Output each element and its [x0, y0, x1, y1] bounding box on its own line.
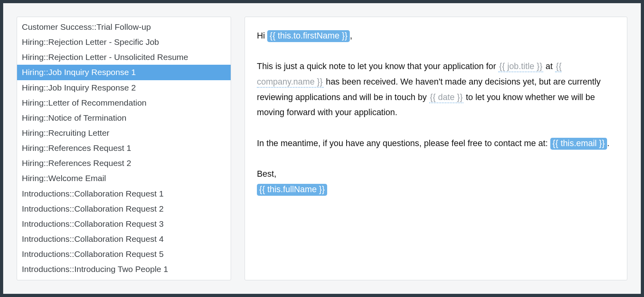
preview-body-paragraph: This is just a quick note to let you kno… [257, 59, 615, 120]
greeting-suffix: , [350, 31, 352, 40]
template-item[interactable]: Hiring::Notice of Termination [17, 110, 231, 125]
template-item[interactable]: Hiring::Rejection Letter - Unsolicited R… [17, 50, 231, 65]
app-surface: Customer Success::Trial Follow-upHiring:… [3, 3, 641, 294]
template-item[interactable]: Hiring::Rejection Letter - Specific Job [17, 35, 231, 50]
merge-tag-date[interactable]: {{ date }} [429, 93, 464, 103]
template-preview-panel: Hi {{ this.to.firstName }}, This is just… [245, 17, 627, 280]
template-item[interactable]: Hiring::Letter of Recommendation [17, 95, 231, 110]
contact-text: . [607, 139, 609, 148]
template-item[interactable]: Introductions::Collaboration Request 3 [17, 216, 231, 231]
body-text: This is just a quick note to let you kno… [257, 62, 498, 71]
merge-tag-job-title[interactable]: {{ job.title }} [498, 62, 543, 72]
template-list: Customer Success::Trial Follow-upHiring:… [17, 17, 231, 277]
template-list-panel: Customer Success::Trial Follow-upHiring:… [17, 17, 231, 280]
template-item[interactable]: Introductions::Collaboration Request 2 [17, 201, 231, 216]
template-item[interactable]: Introductions::Collaboration Request 4 [17, 231, 231, 247]
template-item[interactable]: Introductions::Introducing Two People 1 [17, 262, 231, 277]
template-item[interactable]: Hiring::Job Inquiry Response 1 [17, 65, 231, 80]
template-item[interactable]: Introductions::Collaboration Request 1 [17, 186, 231, 201]
template-item[interactable]: Hiring::Job Inquiry Response 2 [17, 80, 231, 95]
template-item[interactable]: Customer Success::Trial Follow-up [17, 19, 231, 35]
merge-tag-fullname[interactable]: {{ this.fullName }} [257, 184, 327, 196]
merge-tag-first-name[interactable]: {{ this.to.firstName }} [267, 30, 350, 42]
preview-contact-paragraph: In the meantime, if you have any questio… [257, 136, 615, 151]
template-item[interactable]: Hiring::Welcome Email [17, 171, 231, 186]
preview-signoff: Best, [257, 166, 615, 182]
greeting-prefix: Hi [257, 31, 267, 40]
preview-signature: {{ this.fullName }} [257, 182, 615, 197]
template-item[interactable]: Hiring::References Request 2 [17, 156, 231, 171]
signoff-text: Best, [257, 169, 276, 179]
body-text: at [543, 62, 555, 71]
contact-text: In the meantime, if you have any questio… [257, 139, 550, 148]
merge-tag-email[interactable]: {{ this.email }} [550, 138, 607, 150]
template-item[interactable]: Hiring::Recruiting Letter [17, 125, 231, 141]
template-item[interactable]: Hiring::References Request 1 [17, 141, 231, 156]
preview-greeting-line: Hi {{ this.to.firstName }}, [257, 28, 615, 44]
template-item[interactable]: Introductions::Collaboration Request 5 [17, 247, 231, 262]
